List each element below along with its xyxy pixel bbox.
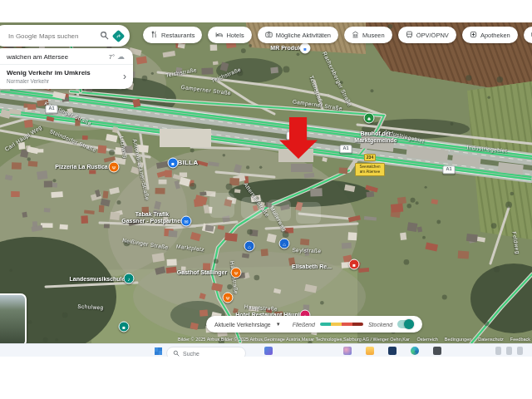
chip-öpv-öpnv[interactable]: ÖPV/ÖPNV — [398, 27, 456, 43]
traffic-subline: Normaler Verkehr — [7, 78, 91, 84]
exit-number: 234 — [364, 154, 376, 161]
screenshot-stage: TeichstraßeTeichstraßeTeichstraßeGampern… — [0, 0, 532, 399]
edge-browser-icon[interactable] — [411, 347, 419, 355]
transit-icon — [406, 31, 413, 40]
cloud-icon: ☁ — [117, 52, 125, 61]
chip-label: ÖPV/ÖPNV — [416, 32, 449, 39]
map-layers-thumbnail[interactable] — [0, 293, 27, 343]
exit-destination: Seewalchen am Attersee — [355, 163, 385, 176]
hotels-icon — [215, 31, 223, 40]
link-feedback[interactable]: Feedback — [510, 337, 530, 342]
supermarket-marker-icon[interactable]: ■ — [168, 158, 179, 169]
poi-label: Bauhof derMarktgemeinde — [354, 131, 397, 144]
traffic-summary-row[interactable]: Wenig Verkehr im Umkreis Normaler Verkeh… — [0, 65, 133, 89]
a1-route-shield: A1 — [442, 165, 455, 174]
motorway-exit-sign: 234 Seewalchen am Attersee — [355, 147, 385, 176]
tray-icon[interactable] — [517, 347, 523, 355]
chip-label: Apotheken — [480, 32, 510, 39]
a1-route-shield: A1 — [45, 105, 57, 113]
search-icon — [173, 350, 180, 357]
chip-label: Restaurants — [161, 32, 195, 39]
link-privacy[interactable]: Datenschutz — [478, 337, 504, 342]
school-marker-icon[interactable]: ⌂ — [244, 241, 255, 252]
windows-taskbar[interactable]: Suche — [0, 343, 532, 357]
camera-app-icon[interactable] — [433, 347, 441, 355]
restaurant-marker-icon[interactable]: Ψ — [109, 162, 120, 173]
poi-label: BILLA — [177, 159, 198, 166]
poi-marker-teal-icon[interactable]: ■ — [119, 322, 130, 332]
poi-label: Gasthof Stallinger — [177, 269, 227, 276]
poi-label: MR Produkt — [270, 45, 303, 52]
chip-restaurants[interactable]: Restaurants — [143, 27, 202, 43]
tray-icon[interactable] — [506, 347, 512, 355]
traffic-toggle[interactable] — [397, 320, 414, 328]
watermark-blob — [241, 197, 263, 219]
map-attribution: Bilder © 2025 Airbus,Bilder © 2025 Airbu… — [178, 337, 530, 342]
category-chips-row: RestaurantsHotelsMögliche AktivitätenMus… — [143, 27, 532, 43]
watermark-blob — [268, 200, 291, 221]
watermark-blob — [296, 202, 321, 224]
link-terms[interactable]: Bedingungen — [445, 337, 471, 342]
shop-marker-icon[interactable]: ■ — [349, 259, 360, 270]
museums-icon — [352, 31, 359, 40]
tray-icon[interactable] — [495, 347, 501, 355]
chip-apotheken[interactable]: Apotheken — [462, 27, 518, 43]
activities-icon — [265, 31, 273, 40]
chevron-down-icon[interactable]: ▼ — [276, 322, 281, 327]
link-country[interactable]: Österreich — [416, 337, 437, 342]
search-icon[interactable] — [100, 28, 109, 43]
poi-label: Landesmusikschule — [70, 276, 126, 283]
weather-row: walchen am Attersee 7° ☁ — [0, 48, 133, 65]
legend-flowing-label: Fließend — [293, 322, 315, 328]
traffic-legend-bar: Aktuelle Verkehrslage ▼ Fließend Stocken… — [206, 316, 422, 332]
poi-label: Pizzeria La Rustica — [55, 164, 107, 170]
chip-mögliche-aktivitäten[interactable]: Mögliche Aktivitäten — [258, 27, 338, 43]
chip-label: Mögliche Aktivitäten — [276, 32, 331, 39]
file-explorer-icon[interactable] — [366, 347, 374, 355]
restaurants-icon — [150, 31, 158, 40]
location-label: walchen am Attersee — [7, 53, 68, 61]
traffic-gradient — [320, 323, 363, 326]
poi-label: Tabak TrafikGassner - Postpartner — [121, 211, 183, 224]
imagery-credits: Bilder © 2025 Airbus,Bilder © 2025 Airbu… — [178, 337, 410, 342]
maps-search-bar[interactable] — [0, 25, 130, 47]
taskbar-search-label: Suche — [183, 351, 200, 357]
business-marker-icon[interactable]: ■ — [300, 43, 311, 54]
street-label: Seylstraße — [292, 247, 321, 254]
bauhof-marker-icon[interactable]: ♣ — [364, 113, 375, 124]
chip-label: Museen — [362, 32, 385, 39]
traffic-headline: Wenig Verkehr im Umkreis — [7, 69, 91, 76]
chevron-right-icon[interactable]: › — [123, 71, 126, 81]
pharmacy-icon — [470, 31, 477, 40]
music-school-marker-icon[interactable]: ♪ — [124, 273, 135, 284]
taskbar-search-box[interactable]: Suche — [166, 347, 246, 357]
google-maps-viewport[interactable]: TeichstraßeTeichstraßeTeichstraßeGampern… — [0, 22, 532, 343]
windows-start-icon[interactable] — [155, 347, 162, 355]
temperature: 7° ☁ — [109, 52, 125, 61]
legend-congested-label: Stockend — [368, 322, 392, 328]
weather-traffic-card[interactable]: walchen am Attersee 7° ☁ Wenig Verkehr i… — [0, 48, 133, 89]
copilot-icon[interactable] — [343, 347, 352, 355]
cafe-marker-icon[interactable]: Ψ — [231, 268, 242, 278]
poi-label: Elisabeth Re... — [292, 264, 332, 270]
a1-route-shield: A1 — [339, 145, 352, 153]
app-icon-dark[interactable] — [388, 347, 397, 355]
post-marker-icon[interactable]: ✉ — [181, 216, 192, 227]
chip-geldautomaten[interactable]: Geldautomaten — [524, 27, 532, 43]
cafe-marker-2-icon[interactable]: Ψ — [223, 293, 234, 303]
directions-icon[interactable] — [112, 29, 126, 42]
task-view-icon[interactable] — [264, 347, 273, 355]
watermark-blob — [209, 193, 234, 218]
traffic-layer-dropdown[interactable]: Aktuelle Verkehrslage — [214, 322, 271, 328]
chip-museen[interactable]: Museen — [344, 27, 392, 43]
search-input[interactable] — [7, 32, 95, 41]
school-marker-2-icon[interactable]: ⌂ — [279, 239, 290, 249]
chip-hotels[interactable]: Hotels — [208, 27, 251, 43]
chip-label: Hotels — [226, 32, 244, 39]
